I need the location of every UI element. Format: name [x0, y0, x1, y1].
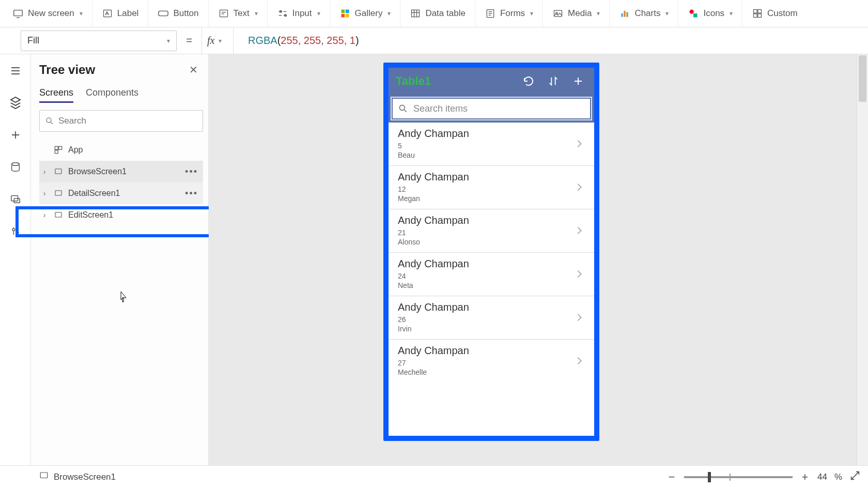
tree-search-input[interactable]: Search [39, 110, 203, 132]
new-screen-button[interactable]: New screen ▾ [3, 0, 92, 27]
input-button[interactable]: Input ▾ [268, 0, 330, 27]
zoom-slider[interactable] [684, 476, 793, 478]
more-options-button[interactable]: ••• [185, 166, 200, 177]
gallery-item[interactable]: Andy Champan 5 Beau [389, 123, 594, 166]
forms-button[interactable]: Forms ▾ [475, 0, 543, 27]
close-panel-button[interactable]: ✕ [184, 62, 203, 78]
text-icon [218, 8, 229, 19]
tab-components[interactable]: Components [86, 87, 138, 103]
status-selected-label: BrowseScreen1 [54, 472, 116, 482]
chevron-down-icon: ▾ [80, 10, 83, 17]
svg-point-28 [47, 118, 51, 123]
chevron-right-icon[interactable] [572, 224, 586, 237]
insert-icon[interactable] [8, 128, 23, 142]
chevron-down-icon: ▾ [530, 10, 533, 17]
formula-fn: RGBA [248, 35, 277, 47]
charts-button[interactable]: Charts ▾ [610, 0, 678, 27]
add-button[interactable] [569, 72, 587, 90]
canvas-scrollbar[interactable] [857, 54, 868, 465]
text-button[interactable]: Text ▾ [209, 0, 268, 27]
data-table-button[interactable]: Data table [400, 0, 475, 27]
svg-rect-29 [55, 146, 58, 149]
canvas[interactable]: Table1 Search items Andy Champan 5 Beau [209, 54, 868, 465]
svg-rect-19 [754, 10, 757, 13]
fx-expand-button[interactable]: fx ▾ [202, 27, 234, 54]
chevron-right-icon[interactable] [572, 311, 586, 324]
svg-rect-34 [122, 298, 123, 302]
svg-rect-16 [627, 12, 628, 17]
sort-button[interactable] [545, 72, 562, 90]
svg-rect-9 [345, 14, 349, 18]
chevron-right-icon[interactable] [572, 180, 586, 194]
search-icon [45, 116, 54, 126]
more-options-button[interactable]: ••• [185, 188, 200, 199]
gallery-button[interactable]: Gallery ▾ [330, 0, 401, 27]
app-preview-selection[interactable]: Table1 Search items Andy Champan 5 Beau [383, 63, 599, 441]
tree-node-label: BrowseScreen1 [68, 167, 127, 176]
scrollbar-thumb[interactable] [859, 55, 866, 102]
svg-rect-6 [341, 10, 345, 13]
custom-button[interactable]: Custom [742, 0, 807, 27]
app-header: Table1 [389, 68, 594, 95]
icons-button[interactable]: Icons ▾ [678, 0, 742, 27]
media-pane-icon[interactable] [8, 192, 23, 206]
gallery-item-sub2: Beau [398, 151, 572, 159]
tab-screens[interactable]: Screens [39, 87, 73, 103]
zoom-slider-handle[interactable] [708, 472, 711, 482]
gallery-icon [339, 8, 351, 19]
advanced-tools-icon[interactable] [8, 224, 23, 238]
app-search-wrap: Search items [389, 95, 594, 123]
fit-to-window-button[interactable] [849, 470, 861, 484]
formula-input[interactable]: RGBA(255, 255, 255, 1) [241, 27, 868, 54]
label-icon [102, 8, 113, 19]
chevron-down-icon: ▾ [167, 37, 170, 44]
hamburger-icon[interactable] [8, 64, 23, 78]
gallery-item-sub1: 5 [398, 142, 572, 150]
zoom-value: 44 [817, 472, 827, 482]
svg-rect-0 [14, 10, 23, 16]
zoom-in-button[interactable]: + [800, 470, 810, 484]
svg-rect-15 [624, 11, 626, 17]
button-icon [158, 8, 169, 19]
gallery-item-title: Andy Champan [398, 345, 572, 357]
gallery-item[interactable]: Andy Champan 26 Irvin [389, 296, 594, 340]
tree-node-label: EditScreen1 [68, 210, 113, 220]
tree-view-icon[interactable] [8, 96, 23, 110]
svg-rect-10 [412, 10, 420, 17]
tree-node-detail-screen[interactable]: › DetailScreen1 ••• [39, 182, 203, 204]
data-table-label: Data table [425, 8, 466, 19]
input-label: Input [292, 8, 312, 19]
chevron-right-icon: › [43, 167, 46, 176]
media-button[interactable]: Media ▾ [543, 0, 610, 27]
gallery-item[interactable]: Andy Champan 27 Mechelle [389, 340, 594, 383]
button-button[interactable]: Button [148, 0, 208, 27]
app-title-label: Table1 [396, 74, 431, 88]
svg-rect-31 [55, 150, 58, 154]
chevron-right-icon[interactable] [572, 267, 586, 281]
chevron-right-icon[interactable] [572, 354, 586, 368]
svg-rect-18 [693, 13, 698, 18]
property-dropdown[interactable]: Fill ▾ [21, 30, 177, 51]
tree-node-browse-screen[interactable]: › BrowseScreen1 ••• [39, 161, 203, 182]
chevron-down-icon: ▾ [665, 10, 669, 17]
input-icon [277, 8, 288, 19]
gallery-item[interactable]: Andy Champan 24 Neta [389, 253, 594, 296]
svg-rect-7 [345, 10, 349, 13]
gallery-item-title: Andy Champan [398, 128, 572, 140]
refresh-button[interactable] [520, 72, 537, 90]
tree-node-app[interactable]: App [39, 139, 203, 161]
label-button[interactable]: Label [92, 0, 149, 27]
gallery-item[interactable]: Andy Champan 21 Alonso [389, 209, 594, 253]
browse-gallery[interactable]: Andy Champan 5 Beau Andy Champan 12 Mega… [389, 123, 594, 436]
new-screen-label: New screen [28, 8, 74, 19]
app-search-input[interactable]: Search items [392, 98, 591, 119]
chevron-right-icon: › [43, 211, 46, 219]
gallery-item-sub2: Neta [398, 281, 572, 289]
charts-icon [619, 8, 630, 19]
data-icon[interactable] [8, 160, 23, 174]
gallery-item[interactable]: Andy Champan 12 Megan [389, 166, 594, 209]
tree-node-edit-screen[interactable]: › EditScreen1 [39, 204, 203, 226]
search-placeholder: Search [58, 116, 86, 126]
chevron-right-icon[interactable] [572, 137, 586, 150]
zoom-out-button[interactable]: − [667, 470, 677, 484]
